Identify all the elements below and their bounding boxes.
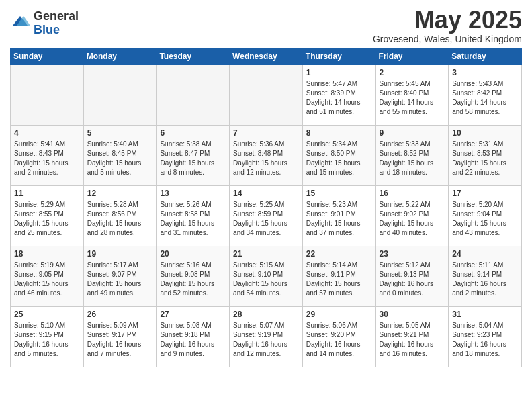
month-title: May 2025 [373,7,522,34]
calendar-cell: 9Sunrise: 5:33 AM Sunset: 8:52 PM Daylig… [375,125,449,185]
calendar-cell: 20Sunrise: 5:16 AM Sunset: 9:08 PM Dayli… [157,246,230,306]
day-info: Sunrise: 5:10 AM Sunset: 9:15 PM Dayligh… [14,321,80,359]
day-info: Sunrise: 5:43 AM Sunset: 8:42 PM Dayligh… [452,79,518,117]
calendar-cell: 27Sunrise: 5:08 AM Sunset: 9:18 PM Dayli… [157,306,230,367]
calendar-cell: 4Sunrise: 5:41 AM Sunset: 8:43 PM Daylig… [11,125,84,185]
day-number: 8 [306,128,372,138]
day-number: 1 [306,68,372,77]
logo-general: General [34,10,79,24]
day-info: Sunrise: 5:07 AM Sunset: 9:19 PM Dayligh… [233,321,299,359]
day-number: 11 [14,189,80,198]
day-info: Sunrise: 5:28 AM Sunset: 8:56 PM Dayligh… [87,200,153,238]
day-number: 12 [87,189,153,198]
day-info: Sunrise: 5:16 AM Sunset: 9:08 PM Dayligh… [160,261,226,298]
day-number: 9 [380,128,445,138]
column-header-tuesday: Tuesday [157,48,230,64]
logo-blue: Blue [34,24,79,37]
day-info: Sunrise: 5:12 AM Sunset: 9:13 PM Dayligh… [380,261,445,298]
day-number: 2 [380,68,445,77]
column-header-thursday: Thursday [302,48,375,64]
logo-icon [10,13,30,34]
day-number: 13 [160,189,226,198]
calendar-cell: 1Sunrise: 5:47 AM Sunset: 8:39 PM Daylig… [302,64,375,125]
day-number: 22 [306,249,372,259]
day-number: 10 [452,128,518,138]
day-number: 14 [233,189,299,198]
day-info: Sunrise: 5:15 AM Sunset: 9:10 PM Dayligh… [233,261,299,298]
calendar-table: SundayMondayTuesdayWednesdayThursdayFrid… [10,48,522,367]
day-info: Sunrise: 5:08 AM Sunset: 9:18 PM Dayligh… [160,321,226,359]
day-info: Sunrise: 5:41 AM Sunset: 8:43 PM Dayligh… [14,140,80,177]
day-info: Sunrise: 5:14 AM Sunset: 9:11 PM Dayligh… [306,261,372,298]
calendar-cell: 23Sunrise: 5:12 AM Sunset: 9:13 PM Dayli… [375,246,449,306]
calendar-cell: 13Sunrise: 5:26 AM Sunset: 8:58 PM Dayli… [157,185,230,246]
calendar-cell: 3Sunrise: 5:43 AM Sunset: 8:42 PM Daylig… [449,64,522,125]
logo-text: General Blue [34,10,79,37]
day-info: Sunrise: 5:47 AM Sunset: 8:39 PM Dayligh… [306,79,372,117]
calendar-cell: 11Sunrise: 5:29 AM Sunset: 8:55 PM Dayli… [11,185,84,246]
calendar-cell: 15Sunrise: 5:23 AM Sunset: 9:01 PM Dayli… [302,185,375,246]
calendar-cell: 10Sunrise: 5:31 AM Sunset: 8:53 PM Dayli… [449,125,522,185]
column-header-wednesday: Wednesday [230,48,303,64]
day-info: Sunrise: 5:06 AM Sunset: 9:20 PM Dayligh… [306,321,372,359]
calendar-cell [230,64,303,125]
day-number: 17 [452,189,518,198]
logo: General Blue [10,10,79,37]
calendar-cell: 18Sunrise: 5:19 AM Sunset: 9:05 PM Dayli… [11,246,84,306]
calendar-cell: 12Sunrise: 5:28 AM Sunset: 8:56 PM Dayli… [83,185,157,246]
calendar-cell: 14Sunrise: 5:25 AM Sunset: 8:59 PM Dayli… [230,185,303,246]
day-info: Sunrise: 5:38 AM Sunset: 8:47 PM Dayligh… [160,140,226,177]
calendar-cell: 28Sunrise: 5:07 AM Sunset: 9:19 PM Dayli… [230,306,303,367]
calendar-cell: 16Sunrise: 5:22 AM Sunset: 9:02 PM Dayli… [375,185,449,246]
calendar-cell: 7Sunrise: 5:36 AM Sunset: 8:48 PM Daylig… [230,125,303,185]
week-row-4: 18Sunrise: 5:19 AM Sunset: 9:05 PM Dayli… [11,246,522,306]
day-info: Sunrise: 5:36 AM Sunset: 8:48 PM Dayligh… [233,140,299,177]
day-number: 25 [14,310,80,319]
calendar-cell: 8Sunrise: 5:34 AM Sunset: 8:50 PM Daylig… [302,125,375,185]
day-info: Sunrise: 5:20 AM Sunset: 9:04 PM Dayligh… [452,200,518,238]
calendar-cell: 30Sunrise: 5:05 AM Sunset: 9:21 PM Dayli… [375,306,449,367]
day-number: 28 [233,310,299,319]
day-number: 23 [380,249,445,259]
calendar-cell [83,64,157,125]
day-number: 27 [160,310,226,319]
column-header-sunday: Sunday [11,48,84,64]
day-info: Sunrise: 5:25 AM Sunset: 8:59 PM Dayligh… [233,200,299,238]
calendar-cell [157,64,230,125]
calendar-cell: 17Sunrise: 5:20 AM Sunset: 9:04 PM Dayli… [449,185,522,246]
week-row-3: 11Sunrise: 5:29 AM Sunset: 8:55 PM Dayli… [11,185,522,246]
week-row-5: 25Sunrise: 5:10 AM Sunset: 9:15 PM Dayli… [11,306,522,367]
week-row-1: 1Sunrise: 5:47 AM Sunset: 8:39 PM Daylig… [11,64,522,125]
day-info: Sunrise: 5:19 AM Sunset: 9:05 PM Dayligh… [14,261,80,298]
location-title: Grovesend, Wales, United Kingdom [373,34,522,44]
day-info: Sunrise: 5:40 AM Sunset: 8:45 PM Dayligh… [87,140,153,177]
day-info: Sunrise: 5:17 AM Sunset: 9:07 PM Dayligh… [87,261,153,298]
day-number: 3 [452,68,518,77]
calendar-cell: 2Sunrise: 5:45 AM Sunset: 8:40 PM Daylig… [375,64,449,125]
day-info: Sunrise: 5:23 AM Sunset: 9:01 PM Dayligh… [306,200,372,238]
calendar-cell: 24Sunrise: 5:11 AM Sunset: 9:14 PM Dayli… [449,246,522,306]
header: General Blue May 2025 Grovesend, Wales, … [10,7,522,44]
day-info: Sunrise: 5:22 AM Sunset: 9:02 PM Dayligh… [380,200,445,238]
day-info: Sunrise: 5:09 AM Sunset: 9:17 PM Dayligh… [87,321,153,359]
calendar-cell: 26Sunrise: 5:09 AM Sunset: 9:17 PM Dayli… [83,306,157,367]
day-info: Sunrise: 5:26 AM Sunset: 8:58 PM Dayligh… [160,200,226,238]
calendar-cell: 22Sunrise: 5:14 AM Sunset: 9:11 PM Dayli… [302,246,375,306]
title-block: May 2025 Grovesend, Wales, United Kingdo… [373,7,522,44]
calendar-cell: 6Sunrise: 5:38 AM Sunset: 8:47 PM Daylig… [157,125,230,185]
day-info: Sunrise: 5:11 AM Sunset: 9:14 PM Dayligh… [452,261,518,298]
day-number: 20 [160,249,226,259]
day-info: Sunrise: 5:45 AM Sunset: 8:40 PM Dayligh… [380,79,445,117]
day-number: 19 [87,249,153,259]
day-number: 7 [233,128,299,138]
calendar-cell: 31Sunrise: 5:04 AM Sunset: 9:23 PM Dayli… [449,306,522,367]
day-number: 24 [452,249,518,259]
day-info: Sunrise: 5:34 AM Sunset: 8:50 PM Dayligh… [306,140,372,177]
day-number: 16 [380,189,445,198]
day-info: Sunrise: 5:33 AM Sunset: 8:52 PM Dayligh… [380,140,445,177]
day-info: Sunrise: 5:29 AM Sunset: 8:55 PM Dayligh… [14,200,80,238]
week-row-2: 4Sunrise: 5:41 AM Sunset: 8:43 PM Daylig… [11,125,522,185]
day-info: Sunrise: 5:31 AM Sunset: 8:53 PM Dayligh… [452,140,518,177]
day-info: Sunrise: 5:05 AM Sunset: 9:21 PM Dayligh… [380,321,445,359]
page-container: General Blue May 2025 Grovesend, Wales, … [0,0,532,377]
